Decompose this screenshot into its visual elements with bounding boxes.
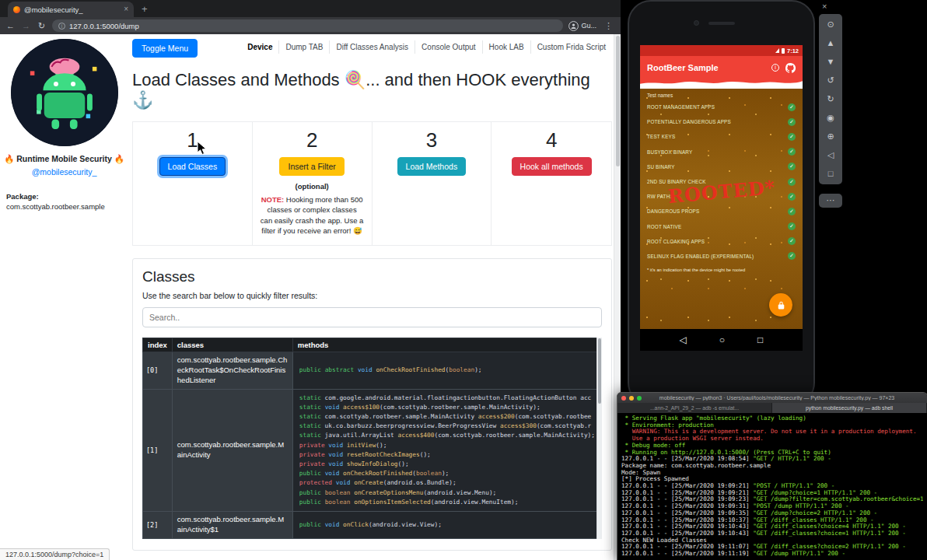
rotate-left-icon[interactable]: ↺: [827, 76, 834, 85]
new-tab-button[interactable]: [142, 4, 148, 14]
lock-icon: [776, 300, 786, 310]
screenshot-icon[interactable]: ◉: [827, 114, 834, 122]
classes-table-body: [0]com.scottyab.rootbeer.sample.CheckRoo…: [143, 352, 602, 539]
address-bar[interactable]: 127.0.0.1:5000/dump: [52, 19, 563, 32]
root-test-row: TEST KEYS: [640, 129, 803, 144]
terminal-line: Package name: com.scottyab.rootbeer.samp…: [621, 463, 923, 470]
emulator-toolbar: × ⊙▲▼↺↻◉⊕◁□ ⋯: [819, 2, 842, 208]
sidebar: 🔥 Runtime Mobile Security 🔥 @mobilesecur…: [0, 34, 128, 211]
android-overview-icon[interactable]: [757, 335, 763, 345]
terminal-window: mobilesecurity — python3 · Users/paul/to…: [617, 392, 927, 560]
toggle-menu-button[interactable]: Toggle Menu: [132, 39, 198, 58]
wifi-icon: [775, 48, 779, 53]
tab-device[interactable]: Device: [241, 40, 278, 54]
root-test-label: SELINUX FLAG ENABLED (EXPERIMENTAL): [647, 254, 754, 259]
minimize-window-icon[interactable]: [629, 396, 634, 401]
tab-custom-frida-script[interactable]: Custom Frida Script: [530, 40, 612, 54]
info-icon[interactable]: [771, 64, 779, 72]
android-home-icon[interactable]: [719, 335, 725, 345]
method-signature: protected void onCreate(android.os.Bundl…: [299, 478, 595, 488]
rotate-right-icon[interactable]: ↻: [827, 95, 834, 103]
main-content: Toggle Menu DeviceDump TABDiff Classes A…: [128, 34, 614, 551]
class-name: com.scottyab.rootbeer.sample.MainActivit…: [172, 389, 292, 511]
profile-label: Gu...: [581, 22, 596, 30]
github-icon[interactable]: [785, 63, 796, 73]
note-prefix: NOTE:: [261, 195, 285, 204]
twitter-handle-link[interactable]: @mobilesecurity_: [0, 167, 128, 177]
method-signature: static com.scottyab.rootbeer.sample.Main…: [299, 412, 595, 422]
phone-screen: 7:12 RootBeer Sample Test names ROOT MAN…: [640, 45, 803, 351]
search-input[interactable]: [142, 307, 602, 327]
root-check-screen: Test names ROOT MANAGEMENT APPSPOTENTIAL…: [640, 89, 803, 329]
more-icon[interactable]: ⋯: [819, 194, 842, 208]
page-title: Load Classes and Methods 🍭... and then H…: [132, 70, 614, 110]
terminal-line: 127.0.0.1 - - [25/Mar/2020 19:08:54] "GE…: [621, 456, 923, 463]
root-test-label: ROOT CLOAKING APPS: [647, 239, 705, 244]
page-scrollbar-thumb[interactable]: [616, 36, 621, 166]
load-classes-button[interactable]: Load Classes: [159, 157, 226, 176]
site-info-icon[interactable]: [58, 23, 65, 30]
close-window-icon[interactable]: [621, 396, 626, 401]
check-icon: [788, 103, 796, 111]
window-controls[interactable]: [621, 396, 642, 401]
reload-icon[interactable]: [37, 22, 47, 30]
browser-tab[interactable]: @mobilesecurity_: [8, 2, 134, 17]
phone-device: 7:12 RootBeer Sample Test names ROOT MAN…: [628, 0, 815, 406]
volume-down-icon[interactable]: ▼: [827, 58, 835, 66]
method-signature: public void onCheckRootFinished(boolean)…: [299, 469, 595, 478]
step-1: 1 Load Classes: [133, 122, 253, 245]
terminal-tab-python[interactable]: python mobilesecurity.py — adb shell: [772, 403, 927, 413]
profile-chip[interactable]: Gu...: [568, 21, 596, 31]
tab-hook-lab[interactable]: Hook LAB: [482, 40, 530, 54]
zoom-icon[interactable]: ⊕: [827, 132, 834, 141]
power-icon[interactable]: ⊙: [827, 20, 834, 29]
check-icon: [788, 148, 796, 156]
hook-all-methods-button[interactable]: Hook all methods: [512, 157, 592, 176]
table-scrollbar[interactable]: [596, 338, 602, 539]
terminal-tab-adb[interactable]: ...ann-2_API_29_2 — adb -s emulat...: [617, 403, 772, 413]
method-signature: public void onClick(android.view.View);: [299, 520, 595, 530]
method-signature: private void showInfoDialog();: [299, 460, 595, 469]
step-2: 2 Insert a Filter (optional) NOTE: Hooki…: [253, 122, 373, 245]
load-methods-button[interactable]: Load Methods: [397, 157, 467, 176]
terminal-output: * Serving Flask app "mobilesecurity" (la…: [617, 413, 927, 560]
note-text: NOTE: Hooking more than 500 classes or c…: [261, 194, 364, 236]
overview-icon[interactable]: □: [828, 170, 834, 178]
insert-filter-button[interactable]: Insert a Filter: [279, 157, 344, 176]
back-icon[interactable]: ◁: [827, 151, 834, 159]
android-logo-icon: [11, 39, 118, 146]
terminal-title: mobilesecurity — python3 · Users/paul/to…: [642, 395, 923, 401]
tab-close-icon[interactable]: [124, 5, 128, 13]
check-icon: [788, 252, 796, 260]
root-test-label: POTENTIALLY DANGEROUS APPS: [647, 119, 731, 124]
rooted-footnote: * it's an indication that the device mig…: [640, 264, 803, 276]
classes-title: Classes: [142, 268, 602, 285]
browser-tabstrip: @mobilesecurity_: [0, 0, 621, 17]
method-signature: static uk.co.barbuzz.beerprogressview.Be…: [299, 422, 595, 431]
browser-menu-icon[interactable]: [602, 22, 615, 30]
step-4: 4 Hook all methods: [491, 122, 611, 245]
package-name: com.scottyab.rootbeer.sample: [6, 202, 122, 211]
tests-section-label: Test names: [640, 89, 803, 100]
android-back-icon[interactable]: [680, 335, 687, 345]
forward-icon[interactable]: [21, 22, 31, 30]
volume-up-icon[interactable]: ▲: [827, 39, 835, 47]
method-signature: public abstract void onCheckRootFinished…: [299, 366, 595, 375]
root-test-row: SU BINARY: [640, 159, 803, 174]
step-number: 2: [261, 128, 364, 152]
root-test-row: BUSYBOX BINARY: [640, 145, 803, 159]
check-icon: [788, 178, 796, 186]
tab-diff-classes-analysis[interactable]: Diff Classes Analysis: [329, 40, 415, 54]
col-header-classes: classes: [172, 338, 292, 352]
check-icon: [788, 193, 796, 201]
tab-console-output[interactable]: Console Output: [415, 40, 482, 54]
scrollbar-thumb[interactable]: [598, 338, 601, 404]
root-test-label: DANGEROUS PROPS: [647, 208, 699, 214]
browser-window: @mobilesecurity_ 127.0.0.1:5000/dump Gu.…: [0, 0, 621, 560]
step-3: 3 Load Methods: [373, 122, 492, 245]
tab-dump-tab[interactable]: Dump TAB: [278, 40, 329, 54]
back-icon[interactable]: [5, 22, 16, 30]
browser-toolbar: 127.0.0.1:5000/dump Gu...: [0, 17, 621, 34]
emulator-close-icon[interactable]: ×: [822, 2, 842, 11]
recheck-fab-button[interactable]: [769, 293, 792, 317]
